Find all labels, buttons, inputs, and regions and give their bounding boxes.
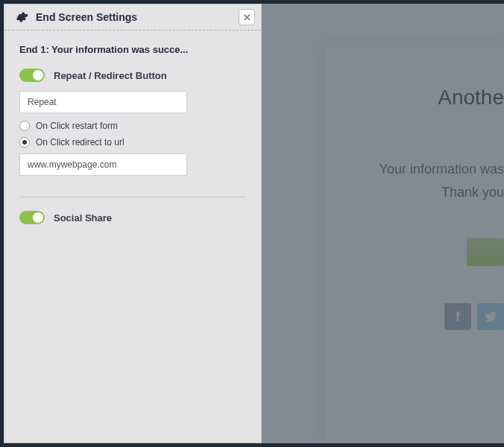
preview-message-line2: Thank you — [325, 185, 504, 200]
social-share-toggle[interactable] — [19, 211, 45, 224]
divider — [19, 197, 246, 197]
close-icon: ✕ — [243, 12, 251, 23]
social-share-label: Social Share — [54, 212, 112, 224]
redirect-url-label: On Click redirect to url — [36, 137, 125, 148]
preview-repeat-button[interactable] — [467, 238, 504, 266]
restart-form-radio[interactable] — [19, 121, 30, 131]
settings-sidebar: End Screen Settings ✕ End 1: Your inform… — [4, 4, 262, 443]
restart-form-radio-row[interactable]: On Click restart form — [19, 121, 246, 131]
sidebar-header: End Screen Settings ✕ — [4, 4, 261, 31]
repeat-redirect-row: Repeat / Redirect Button — [19, 69, 246, 82]
preview-pane: Anothe Your information was Thank you f — [262, 4, 504, 443]
preview-card: Anothe Your information was Thank you f — [325, 41, 504, 443]
restart-form-label: On Click restart form — [36, 121, 118, 131]
sidebar-body: End 1: Your information was succe... Rep… — [4, 31, 261, 247]
social-buttons-row: f — [325, 303, 504, 330]
facebook-icon[interactable]: f — [444, 303, 471, 330]
end-screen-label: End 1: Your information was succe... — [19, 44, 246, 55]
sidebar-title: End Screen Settings — [36, 11, 137, 23]
redirect-url-radio-row[interactable]: On Click redirect to url — [19, 137, 246, 148]
repeat-redirect-label: Repeat / Redirect Button — [54, 70, 167, 81]
preview-heading: Anothe — [325, 86, 504, 110]
redirect-url-input[interactable] — [19, 153, 187, 176]
repeat-redirect-toggle[interactable] — [19, 69, 45, 82]
social-share-row: Social Share — [19, 211, 246, 224]
button-text-input[interactable] — [19, 91, 187, 113]
preview-message-line1: Your information was — [325, 162, 504, 177]
twitter-icon[interactable] — [477, 303, 504, 330]
redirect-url-radio[interactable] — [19, 137, 30, 148]
close-button[interactable]: ✕ — [239, 9, 255, 25]
gear-icon — [15, 10, 28, 24]
